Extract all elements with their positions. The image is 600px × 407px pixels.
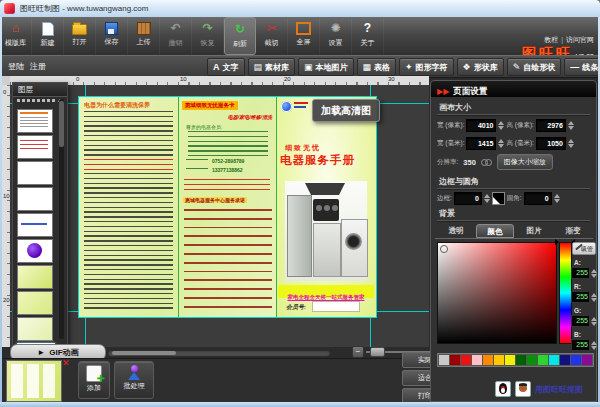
line-button[interactable]: —线条 — [564, 58, 600, 76]
register-link[interactable]: 注册 — [30, 62, 46, 71]
brochure-panel-left[interactable]: 电器为什么需要清洗保养 — [79, 97, 178, 317]
color-swatch[interactable] — [461, 355, 471, 365]
color-swatch[interactable] — [549, 355, 559, 365]
official-site-link[interactable]: 访问官网 — [566, 36, 594, 43]
layers-scrollbar[interactable] — [59, 99, 64, 339]
height-px-field[interactable]: 2976 — [536, 119, 566, 132]
add-page-icon: ✚ — [86, 365, 102, 382]
layer-thumbnail[interactable] — [17, 109, 53, 133]
color-swatch[interactable] — [516, 355, 526, 365]
settings-button[interactable]: ✺ 设置 — [320, 17, 352, 55]
section-title-background: 背景 — [439, 208, 455, 219]
width-mm-field[interactable]: 1415 — [466, 137, 496, 150]
layer-thumbnail[interactable] — [17, 239, 53, 263]
template-library-button[interactable]: ⌂ 模版库 — [0, 17, 32, 55]
layer-thumbnail[interactable] — [17, 135, 53, 159]
tab-gradient[interactable]: 渐变 — [554, 224, 592, 238]
eyedropper-button[interactable]: 吸管 — [572, 242, 596, 255]
spinner[interactable] — [568, 139, 574, 148]
layer-thumbnail[interactable] — [17, 213, 53, 237]
cutout-link[interactable]: 用图旺旺抠图 — [535, 384, 583, 395]
title-bar[interactable]: 图旺旺制图 - www.tuwangwang.com — [0, 0, 600, 18]
load-hd-image-button[interactable]: 加载高清图 — [312, 99, 380, 122]
spinner[interactable] — [554, 194, 560, 203]
redo-button[interactable]: ↷ 恢复 — [192, 17, 224, 55]
layer-group-row[interactable] — [17, 99, 55, 102]
spinner[interactable] — [568, 121, 574, 130]
save-button[interactable]: 保存 — [96, 17, 128, 55]
promise-list-block — [184, 209, 272, 309]
tab-image[interactable]: 图片 — [515, 224, 553, 238]
color-swatch[interactable] — [538, 355, 548, 365]
local-image-button[interactable]: ▣本地图片 — [298, 58, 354, 76]
qq-icon[interactable] — [495, 381, 511, 397]
spinner[interactable] — [591, 317, 597, 326]
spinner[interactable] — [484, 194, 490, 203]
layer-thumbnail[interactable] — [17, 265, 53, 289]
layer-thumbnail[interactable] — [17, 317, 53, 341]
app-window: 图旺旺制图 - www.tuwangwang.com ⌂ 模版库 新建 打开 保… — [0, 0, 600, 407]
add-page-button[interactable]: ✚ 添加 — [78, 361, 110, 399]
color-swatch[interactable] — [582, 355, 592, 365]
shape-library-button[interactable]: ❖形状库 — [457, 58, 504, 76]
page-thumbnail[interactable] — [6, 360, 62, 402]
red-field[interactable]: 255 — [571, 291, 590, 303]
batch-process-button[interactable]: 批处理 — [114, 361, 154, 399]
upload-button[interactable]: 上传 — [128, 17, 160, 55]
zoom-out-button[interactable]: − — [352, 346, 364, 358]
color-swatch[interactable] — [472, 355, 482, 365]
layer-thumbnail[interactable] — [17, 187, 53, 211]
open-button[interactable]: 打开 — [64, 17, 96, 55]
spinner[interactable] — [591, 293, 597, 302]
about-button[interactable]: ? 关于 — [352, 17, 384, 55]
refresh-button[interactable]: ↻ 刷新 — [224, 17, 256, 55]
zoom-slider-handle[interactable] — [370, 347, 385, 357]
alpha-field[interactable]: 255 — [571, 267, 590, 279]
border-width-field[interactable]: 0 — [454, 192, 482, 205]
range-hood — [305, 183, 345, 195]
login-link[interactable]: 登陆 — [8, 62, 24, 71]
fullscreen-button[interactable]: 全屏 — [288, 17, 320, 55]
color-swatch[interactable] — [571, 355, 581, 365]
brochure-document[interactable]: 电器为什么需要清洗保养 惠城细致无忧服务卡 电器/家电/维修/清洗 尊贵的电器会… — [79, 97, 376, 317]
color-swatch[interactable] — [483, 355, 493, 365]
layer-thumbnail[interactable] — [17, 161, 53, 185]
spinner[interactable] — [591, 269, 597, 278]
color-swatch[interactable] — [450, 355, 460, 365]
text-tool-button[interactable]: A文字 — [207, 58, 245, 76]
horizontal-scrollbar[interactable] — [108, 350, 330, 356]
material-library-button[interactable]: ▤素材库 — [248, 58, 296, 76]
tab-transparent[interactable]: 透明 — [437, 224, 475, 238]
color-swatch[interactable] — [505, 355, 515, 365]
blue-field[interactable]: 255 — [571, 339, 590, 351]
green-field[interactable]: 255 — [571, 315, 590, 327]
tab-color[interactable]: 颜色 — [476, 224, 514, 238]
brochure-panel-middle[interactable]: 惠城细致无忧服务卡 电器/家电/维修/清洗 尊贵的电器会员: 0752-2898… — [178, 97, 276, 317]
layer-thumbnail[interactable] — [17, 291, 53, 315]
spinner[interactable] — [591, 341, 597, 350]
undo-button[interactable]: ↶ 撤销 — [160, 17, 192, 55]
corner-radius-field[interactable]: 0 — [524, 192, 552, 205]
color-swatch[interactable] — [494, 355, 504, 365]
canvas-area[interactable]: 电器为什么需要清洗保养 惠城细致无忧服务卡 电器/家电/维修/清洗 尊贵的电器会… — [10, 85, 429, 347]
height-mm-field[interactable]: 1050 — [536, 137, 566, 150]
glyph-button[interactable]: ✦图形字符 — [399, 58, 454, 76]
border-color-swatch[interactable] — [492, 192, 505, 205]
width-px-field[interactable]: 4010 — [466, 119, 496, 132]
tutorial-link[interactable]: 教程 — [544, 36, 558, 43]
color-swatch[interactable] — [560, 355, 570, 365]
brochure-panel-cover[interactable]: 细致无忧 电器服务手册 家电全程全天候一站式服务管家 会员号: — [276, 97, 376, 317]
cut-button[interactable]: ✂ 截切 — [256, 17, 288, 55]
color-swatch[interactable] — [439, 355, 449, 365]
image-resize-button[interactable]: 图像大小缩放 — [497, 154, 553, 170]
saturation-picker[interactable] — [437, 242, 557, 344]
color-swatch[interactable] — [527, 355, 537, 365]
table-button[interactable]: ▦表格 — [357, 58, 397, 76]
close-icon[interactable]: ✕ — [62, 358, 70, 368]
avatar-icon[interactable] — [515, 381, 531, 397]
draw-shape-button[interactable]: ✎自绘形状 — [507, 58, 562, 76]
spinner[interactable] — [498, 121, 504, 130]
scrollbar-handle[interactable] — [112, 351, 176, 355]
spinner[interactable] — [498, 139, 504, 148]
new-button[interactable]: 新建 — [32, 17, 64, 55]
